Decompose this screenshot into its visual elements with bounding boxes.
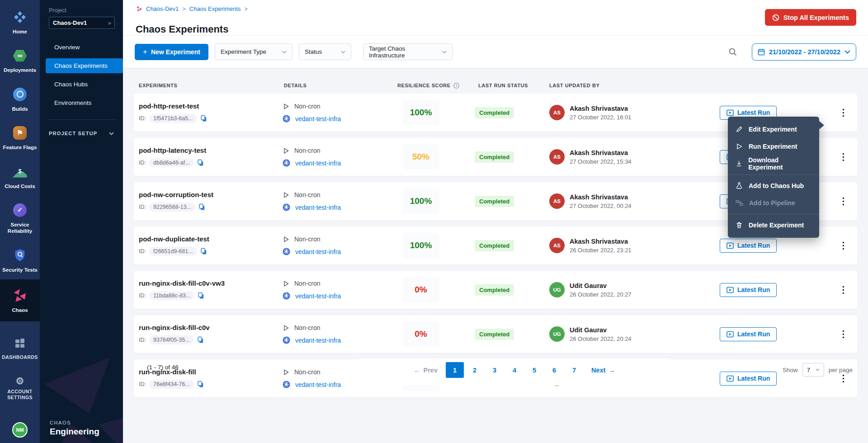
target-infrastructure-filter[interactable]: Target Chaos Infrastructure [363,43,453,60]
status-filter[interactable]: Status [299,43,351,60]
experiment-name[interactable]: run-nginx-disk-fill-c0v [139,324,274,331]
nav-item-environments[interactable]: Environments [40,95,123,110]
menu-item-add-to-pipeline[interactable]: Add to Pipeline [728,194,819,212]
project-panel: Project » Overview Chaos Experiments Cha… [40,0,123,443]
menu-item-run-experiment[interactable]: Run Experiment [728,138,819,155]
row-menu-kebab-icon[interactable] [840,328,846,340]
sidebar-item-deployments[interactable]: ∞ Deployments [0,41,40,80]
sidebar-item-chaos[interactable]: Chaos [0,279,40,321]
experiment-name[interactable]: run-nginx-disk-fill-c0v-vw3 [139,279,274,287]
copy-icon[interactable] [200,248,207,255]
sidebar-item-label: Service Reliability [2,222,38,235]
sidebar-item-feature-flags[interactable]: ⚑ Feature Flags [0,118,40,157]
info-icon[interactable] [453,83,459,89]
pagination-summary: (1 - 7) of 46 [147,364,179,371]
menu-divider [728,214,819,214]
project-selector[interactable]: » [49,17,115,29]
page-button-7[interactable]: 7 [565,362,583,378]
sidebar-item-dashboards[interactable]: DASHBOARDS [0,329,40,367]
page-button-2[interactable]: 2 [466,362,484,378]
chaos-icon [12,287,28,304]
infrastructure-link[interactable]: vedant-test-infra [295,160,341,167]
project-setup-label: PROJECT SETUP [49,131,97,136]
sidebar-item-home[interactable]: Home [0,3,40,41]
row-menu-kebab-icon[interactable] [840,284,846,296]
infrastructure-link[interactable]: vedant-test-infra [295,115,341,123]
copy-icon[interactable] [198,203,205,211]
kubernetes-icon [283,292,290,300]
sidebar-item-label: ACCOUNT SETTINGS [4,389,36,401]
prev-page-button[interactable]: ← Prev [407,362,444,378]
sidebar-item-security-tests[interactable]: Security Tests [0,241,40,279]
user-avatar[interactable]: NM [12,422,28,438]
experiment-name[interactable]: pod-nw-corruption-test [139,191,274,198]
calendar-icon [758,48,765,56]
security-tests-icon [12,247,28,264]
updated-timestamp: 26 October 2022, 23:21 [570,247,632,254]
menu-item-delete-experiment[interactable]: Delete Experiment [728,217,819,234]
experiment-type-filter[interactable]: Experiment Type [215,43,292,60]
row-menu-kebab-icon[interactable] [840,195,846,207]
arrow-left-icon: ← [414,367,420,374]
page-button-1[interactable]: 1 [446,362,464,378]
experiment-id: 92296568-13... [149,203,195,212]
menu-item-add-to-chaos-hub[interactable]: Add to Chaos Hub [728,177,819,194]
sidebar-item-label: DASHBOARDS [2,354,38,360]
dashboards-icon [12,335,28,351]
updated-timestamp: 27 October 2022, 15:34 [570,158,632,165]
copy-icon[interactable] [198,292,204,299]
page-size-select[interactable]: 7 [802,363,824,377]
experiment-name[interactable]: pod-nw-duplicate-test [139,235,274,243]
experiment-name[interactable]: pod-http-reset-test [139,102,274,110]
latest-run-button[interactable]: Latest Run [720,239,777,253]
nav-item-overview[interactable]: Overview [40,40,123,55]
play-icon [283,192,289,198]
search-button[interactable] [726,46,739,58]
schedule-type: Non-cron [294,103,321,110]
menu-item-download-experiment[interactable]: Download Experiment [728,155,819,172]
copy-icon[interactable] [200,115,207,122]
latest-run-button[interactable]: Latest Run [720,283,777,297]
row-menu-kebab-icon[interactable] [840,240,846,252]
stop-all-experiments-button[interactable]: Stop All Experiments [765,9,856,26]
date-range-picker[interactable]: 21/10/2022 - 27/10/2022 [752,43,856,61]
sidebar-item-cloud-costs[interactable]: ☁$ Cloud Costs [0,157,40,196]
infrastructure-link[interactable]: vedant-test-infra [295,204,341,211]
experiment-name[interactable]: pod-http-latency-test [139,146,274,154]
new-experiment-button[interactable]: + New Experiment [135,44,208,60]
sidebar-item-account-settings[interactable]: ⚙ ACCOUNT SETTINGS [0,370,40,407]
pagination-controls: ← Prev 1 2 3 4 5 6 7 Next → [353,358,676,386]
page-button-5[interactable]: 5 [525,362,543,378]
page-button-6[interactable]: 6 [545,362,563,378]
copy-icon[interactable] [197,336,204,344]
sidebar-item-label: Chaos [12,307,28,313]
project-name-input[interactable] [49,19,104,26]
sidebar-item-builds[interactable]: Builds [0,80,40,118]
row-menu-kebab-icon[interactable] [840,107,846,119]
next-page-button[interactable]: Next → [585,362,622,378]
collapse-panel-icon[interactable]: » [108,19,111,26]
page-button-3[interactable]: 3 [486,362,504,378]
row-menu-kebab-icon[interactable] [840,151,846,163]
play-icon [736,143,743,150]
project-setup-toggle[interactable]: PROJECT SETUP [49,131,114,136]
infrastructure-link[interactable]: vedant-test-infra [295,337,341,344]
sidebar-item-label: Deployments [4,67,36,73]
status-badge: Completed [475,196,514,207]
user-name: Akash Shrivastava [570,193,632,201]
breadcrumb-page[interactable]: Chaos Experiments [189,5,241,12]
status-badge: Completed [475,107,514,118]
latest-run-button[interactable]: Latest Run [720,327,777,341]
feature-flags-icon: ⚑ [12,125,28,141]
page-button-4[interactable]: 4 [505,362,524,378]
infrastructure-link[interactable]: vedant-test-infra [295,248,341,255]
id-label: ID: [139,248,146,254]
menu-item-edit-experiment[interactable]: Edit Experiment [728,121,819,138]
breadcrumb-project[interactable]: Chaos-Dev1 [146,5,179,12]
chevron-down-icon [816,368,820,371]
nav-item-chaos-experiments[interactable]: Chaos Experiments [46,58,123,73]
infrastructure-link[interactable]: vedant-test-infra [295,292,341,300]
sidebar-item-service-reliability[interactable]: ✓ Service Reliability [0,196,40,241]
copy-icon[interactable] [197,159,204,166]
nav-item-chaos-hubs[interactable]: Chaos Hubs [40,77,123,92]
